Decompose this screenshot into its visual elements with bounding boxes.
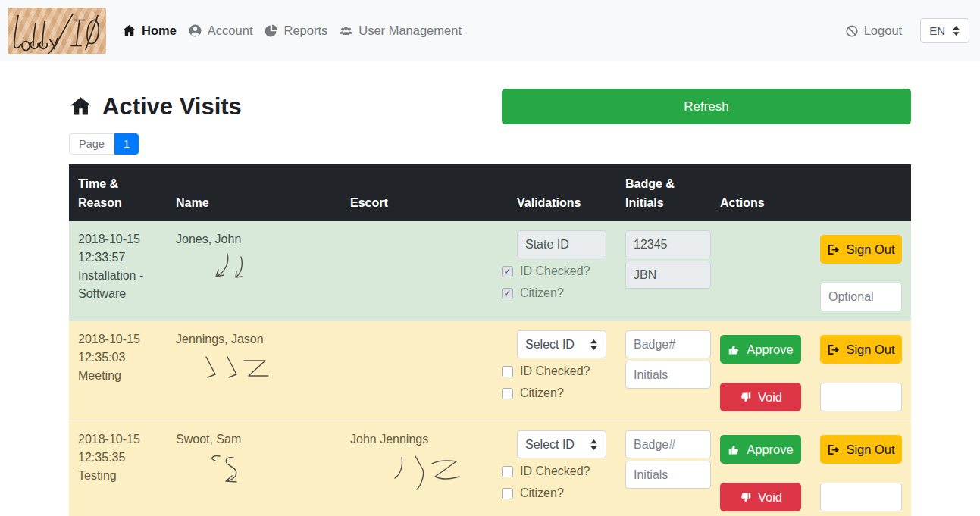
page-label: Page <box>69 133 114 155</box>
visit-reason: Installation - Software <box>78 267 158 303</box>
table-row: 2018-10-15 12:35:03 Meeting Jennings, Ja… <box>69 321 911 421</box>
home-icon <box>69 95 92 118</box>
sign-out-icon <box>827 443 840 456</box>
id-type-value: Select ID <box>525 436 575 454</box>
thumbs-up-icon <box>728 343 740 356</box>
col-header-name: Name <box>167 164 341 221</box>
select-arrows-icon <box>952 26 960 36</box>
actions-cell: Approve Sign Out Void <box>711 321 911 421</box>
active-visits-table: Time & Reason Name Escort Validations Ba… <box>69 164 911 516</box>
sign-out-icon <box>827 243 840 256</box>
escort-name: John Jennings <box>350 433 428 446</box>
visit-reason: Testing <box>78 467 158 485</box>
id-type-value: State ID <box>525 236 569 254</box>
citizen-checkbox[interactable]: ✓ <box>502 288 513 299</box>
badge-number-input[interactable] <box>625 330 711 358</box>
initials-input[interactable] <box>625 461 711 489</box>
brand-logo[interactable] <box>8 8 106 54</box>
main-nav: Home Account Reports User Management <box>122 23 462 38</box>
sign-out-button[interactable]: Sign Out <box>820 435 902 464</box>
id-type-select[interactable]: Select ID <box>517 430 606 458</box>
optional-input[interactable] <box>820 283 902 311</box>
nav-item-account[interactable]: Account <box>188 23 253 38</box>
visitor-name: Swoot, Sam <box>176 433 241 446</box>
escort-cell: John Jennings <box>341 421 493 516</box>
id-type-select[interactable]: Select ID <box>517 330 606 358</box>
col-header-time-reason: Time & Reason <box>69 164 167 221</box>
sign-out-button[interactable]: Sign Out <box>820 335 902 364</box>
visitor-signature <box>200 352 283 389</box>
id-checked-checkbox[interactable]: ✓ <box>502 266 513 277</box>
citizen-checkbox[interactable] <box>502 488 513 499</box>
approve-label: Approve <box>747 342 793 357</box>
select-arrows-icon <box>590 339 598 350</box>
actions-spacer <box>720 235 801 264</box>
initials-input <box>625 261 711 289</box>
sign-out-note-input[interactable] <box>820 483 902 511</box>
void-label: Void <box>758 490 782 505</box>
visit-date: 2018-10-15 <box>78 330 158 349</box>
visitor-name: Jennings, Jason <box>176 333 264 346</box>
nav-item-label: Home <box>142 23 177 38</box>
col-header-badge-initials: Badge & Initials <box>616 164 711 221</box>
badge-initials-cell <box>616 321 711 421</box>
citizen-row: ✓ Citizen? <box>502 284 607 302</box>
col-header-validations: Validations <box>493 164 616 221</box>
visit-date: 2018-10-15 <box>78 430 158 449</box>
nav-item-user-management[interactable]: User Management <box>339 23 462 38</box>
name-cell: Swoot, Sam <box>167 421 341 516</box>
main-content: Active Visits Refresh Page 1 Time & Reas… <box>69 89 911 516</box>
citizen-label: Citizen? <box>520 484 564 502</box>
sign-out-label: Sign Out <box>846 242 894 257</box>
sign-out-icon <box>827 343 840 356</box>
void-label: Void <box>758 390 782 405</box>
sign-out-button[interactable]: Sign Out <box>820 235 902 264</box>
actions-cell: Approve Sign Out Void <box>711 421 911 516</box>
page-title-text: Active Visits <box>102 93 242 120</box>
actions-spacer <box>720 283 801 311</box>
col-header-actions: Actions <box>711 164 911 221</box>
nav-item-label: Account <box>208 23 253 38</box>
initials-input[interactable] <box>625 361 711 389</box>
badge-number-input[interactable] <box>625 430 711 458</box>
refresh-button[interactable]: Refresh <box>502 89 911 124</box>
validations-cell: Select ID ID Checked? Citizen? <box>493 321 616 421</box>
navbar-right: Logout EN <box>845 18 969 43</box>
id-checked-row: ✓ ID Checked? <box>502 262 607 280</box>
id-checked-label: ID Checked? <box>520 462 590 480</box>
visitor-name: Jones, John <box>176 233 241 245</box>
id-checked-checkbox[interactable] <box>502 466 513 477</box>
approve-button[interactable]: Approve <box>720 335 801 364</box>
title-row: Active Visits Refresh <box>69 89 911 124</box>
visitor-signature <box>200 452 276 496</box>
pie-chart-icon <box>264 23 278 38</box>
visit-date: 2018-10-15 <box>78 230 158 249</box>
validations-cell: State ID ✓ ID Checked? ✓ Citizen? <box>493 221 616 321</box>
language-value: EN <box>929 24 945 37</box>
table-row: 2018-10-15 12:35:35 Testing Swoot, Sam J… <box>69 421 911 516</box>
brand-logo-scribble <box>8 8 106 54</box>
logout-button[interactable]: Logout <box>845 23 902 38</box>
void-button[interactable]: Void <box>720 483 801 511</box>
language-select[interactable]: EN <box>920 18 969 43</box>
badge-initials-cell <box>616 221 711 321</box>
citizen-checkbox[interactable] <box>502 388 513 399</box>
void-button[interactable]: Void <box>720 383 801 411</box>
time-reason-cell: 2018-10-15 12:35:35 Testing <box>69 421 167 516</box>
id-checked-label: ID Checked? <box>520 262 590 280</box>
sign-out-note-input[interactable] <box>820 383 902 411</box>
nav-item-reports[interactable]: Reports <box>264 23 327 38</box>
time-reason-cell: 2018-10-15 12:33:57 Installation - Softw… <box>69 221 167 321</box>
top-navbar: Home Account Reports User Management Log… <box>0 0 980 61</box>
citizen-row: Citizen? <box>502 484 607 502</box>
col-header-escort: Escort <box>341 164 493 221</box>
visit-time: 12:33:57 <box>78 249 158 267</box>
home-icon <box>122 23 136 38</box>
page-number-button[interactable]: 1 <box>114 133 139 155</box>
nav-item-home[interactable]: Home <box>122 23 177 38</box>
citizen-label: Citizen? <box>520 384 564 402</box>
id-checked-checkbox[interactable] <box>502 366 513 377</box>
visit-time: 12:35:35 <box>78 449 158 467</box>
approve-button[interactable]: Approve <box>720 435 801 464</box>
id-type-input: State ID <box>517 230 606 258</box>
